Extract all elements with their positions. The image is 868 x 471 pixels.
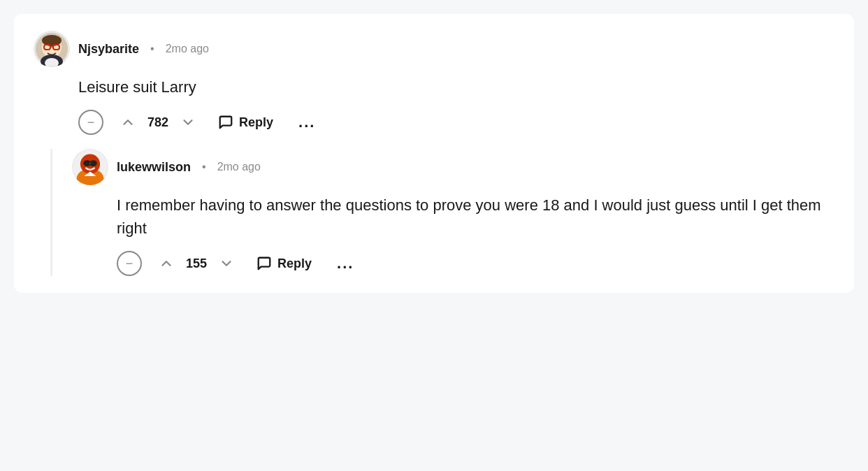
downvote-button[interactable] xyxy=(178,112,198,133)
nested-vote-count: 155 xyxy=(184,256,209,271)
nested-vote-section: 155 xyxy=(156,253,237,274)
nested-reply-button[interactable]: Reply xyxy=(251,253,317,274)
top-comment-actions: − 782 xyxy=(78,110,834,135)
nested-reply-icon xyxy=(256,256,272,271)
nested-comment-timestamp: 2mo ago xyxy=(217,161,261,173)
nested-separator-dot: • xyxy=(202,161,206,173)
collapse-button[interactable]: − xyxy=(78,110,103,135)
thread-container: lukewwilson • 2mo ago I remember having … xyxy=(34,149,834,276)
nested-comment-body: I remember having to answer the question… xyxy=(117,194,834,276)
more-options-button[interactable]: ... xyxy=(293,110,321,134)
top-comment-body: Leisure suit Larry − 782 xyxy=(78,75,834,135)
top-comment-text: Leisure suit Larry xyxy=(78,75,834,99)
nested-comment: lukewwilson • 2mo ago I remember having … xyxy=(72,149,834,276)
nested-comment-text: I remember having to answer the question… xyxy=(117,194,834,240)
nested-upvote-button[interactable] xyxy=(156,253,177,274)
vote-count: 782 xyxy=(145,115,171,130)
downvote-icon xyxy=(180,115,196,130)
thread-line-wrapper xyxy=(50,149,52,276)
comments-container: Njsybarite • 2mo ago Leisure suit Larry … xyxy=(14,14,854,293)
nested-upvote-icon xyxy=(159,256,174,271)
top-comment: Njsybarite • 2mo ago Leisure suit Larry … xyxy=(34,31,834,135)
nested-collapse-button[interactable]: − xyxy=(117,251,142,276)
nested-avatar xyxy=(72,149,108,185)
reply-button[interactable]: Reply xyxy=(212,112,279,133)
upvote-button[interactable] xyxy=(117,112,138,133)
reply-icon xyxy=(218,115,233,130)
avatar xyxy=(34,31,70,67)
top-comment-timestamp: 2mo ago xyxy=(166,43,209,55)
nested-downvote-icon xyxy=(219,256,234,271)
nested-comment-username: lukewwilson xyxy=(117,160,191,175)
nested-downvote-button[interactable] xyxy=(216,253,237,274)
upvote-icon xyxy=(120,115,136,130)
nested-comment-header: lukewwilson • 2mo ago xyxy=(72,149,834,185)
vote-section: 782 xyxy=(117,112,198,133)
top-comment-username: Njsybarite xyxy=(78,42,139,57)
top-comment-header: Njsybarite • 2mo ago xyxy=(34,31,834,67)
thread-line xyxy=(50,149,52,276)
separator-dot: • xyxy=(150,43,154,55)
nested-more-options-button[interactable]: ... xyxy=(331,252,359,275)
nested-comment-actions: − 155 xyxy=(117,251,834,276)
